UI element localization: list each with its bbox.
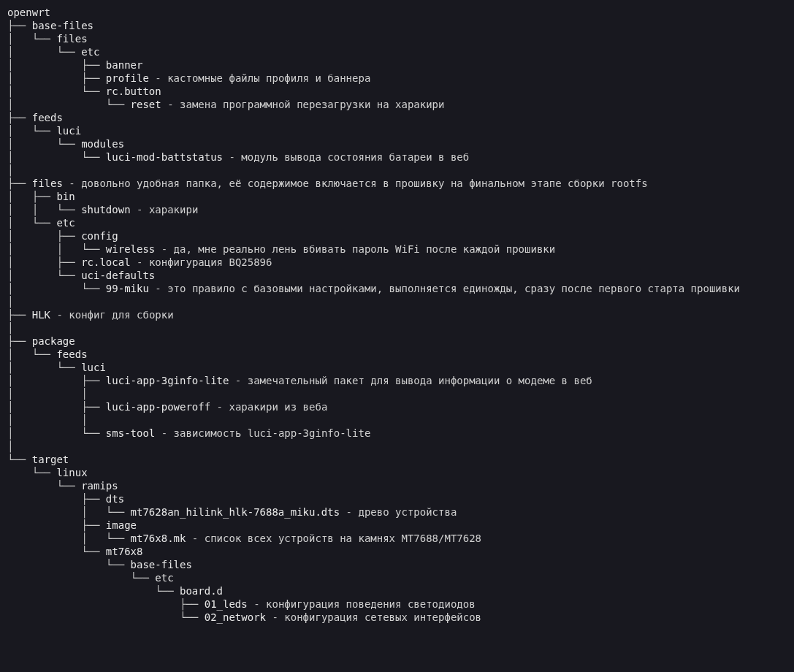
tree-line: │ bbox=[7, 164, 787, 177]
tree-node-description: зависимость luci-app-3ginfo-lite bbox=[174, 427, 371, 439]
tree-branch-prefix: │ ├── bbox=[7, 375, 106, 386]
tree-line: │ ├── config bbox=[7, 229, 787, 243]
tree-branch-prefix: │ └── bbox=[7, 427, 106, 439]
tree-branch-prefix: │ └── bbox=[7, 125, 56, 137]
tree-separator: - bbox=[63, 177, 81, 189]
tree-line: │ └── reset - замена программной перезаг… bbox=[7, 98, 787, 111]
tree-branch-prefix: ├── bbox=[7, 519, 106, 531]
tree-line: └── etc bbox=[7, 571, 787, 584]
tree-node-name: etc bbox=[81, 46, 99, 58]
tree-node-name: etc bbox=[56, 217, 75, 229]
tree-line: │ bbox=[7, 440, 787, 453]
tree-node-name: mt76x8 bbox=[106, 546, 143, 557]
tree-line: └── 02_network - конфигурация сетевых ин… bbox=[7, 611, 787, 624]
tree-line: └── mt76x8 bbox=[7, 545, 787, 558]
tree-node-name: shutdown bbox=[81, 204, 130, 215]
tree-node-description: да, мне реально лень вбивать пароль WiFi… bbox=[174, 243, 556, 255]
tree-node-name: dts bbox=[106, 493, 124, 505]
tree-line: openwrt bbox=[7, 6, 787, 19]
tree-node-description: кастомные файлы профиля и баннера bbox=[167, 72, 370, 84]
tree-node-description: это правило с базовыми настройками, выпо… bbox=[167, 283, 740, 294]
tree-node-name: feeds bbox=[32, 112, 63, 123]
tree-line: │ └── sms-tool - зависимость luci-app-3g… bbox=[7, 427, 787, 440]
tree-separator: - bbox=[155, 243, 173, 255]
tree-node-name: files bbox=[32, 177, 63, 189]
tree-branch-prefix: └── bbox=[7, 467, 56, 478]
tree-line: │ └── luci-mod-battstatus - модуль вывод… bbox=[7, 150, 787, 164]
tree-branch-prefix: │ └── bbox=[7, 138, 81, 150]
tree-branch-prefix: │ └── bbox=[7, 283, 106, 294]
tree-line: │ └── mt76x8.mk - список всех устройств … bbox=[7, 532, 787, 545]
tree-node-name: target bbox=[32, 454, 69, 465]
tree-branch-prefix: │ └── bbox=[7, 85, 106, 97]
tree-line: └── board.d bbox=[7, 584, 787, 597]
tree-line: │ └── etc bbox=[7, 45, 787, 58]
tree-node-description: древо устройства bbox=[358, 506, 457, 518]
tree-node-name: ramips bbox=[81, 480, 118, 492]
tree-node-description: список всех устройств на камнях MT7688/M… bbox=[205, 532, 481, 544]
tree-node-name: feeds bbox=[56, 348, 87, 360]
tree-node-description: харакири bbox=[149, 204, 198, 215]
tree-branch-prefix: │ └── bbox=[7, 33, 56, 45]
tree-branch-prefix: └── bbox=[7, 454, 32, 465]
tree-branch-prefix: ├── bbox=[7, 309, 32, 321]
tree-line: ├── package bbox=[7, 335, 787, 348]
tree-node-name: base-files bbox=[32, 20, 93, 31]
tree-node-description: харакири из веба bbox=[229, 401, 327, 413]
tree-branch-prefix: │ └── bbox=[7, 99, 131, 110]
tree-node-name: wireless bbox=[106, 243, 155, 255]
tree-node-description: конфигурация BQ25896 bbox=[149, 256, 272, 268]
tree-branch-prefix: │ └── bbox=[7, 151, 106, 163]
tree-node-name: rc.local bbox=[81, 256, 130, 268]
tree-branch-prefix: │ │ bbox=[7, 388, 88, 400]
tree-line: │ └── luci bbox=[7, 124, 787, 137]
tree-node-name: linux bbox=[56, 467, 87, 478]
tree-separator: - bbox=[223, 151, 241, 163]
tree-node-name: 99-miku bbox=[106, 283, 149, 294]
tree-node-description: конфиг для сборки bbox=[69, 309, 173, 321]
tree-branch-prefix: └── bbox=[7, 611, 205, 623]
tree-branch-prefix: │ ├── bbox=[7, 59, 106, 71]
tree-branch-prefix: ├── bbox=[7, 598, 205, 610]
tree-line: │ ├── luci-app-3ginfo-lite - замечательн… bbox=[7, 374, 787, 387]
tree-node-name: banner bbox=[106, 59, 143, 71]
tree-node-description: модуль вывода состояния батареи в веб bbox=[241, 151, 469, 163]
tree-node-name: uci-defaults bbox=[81, 270, 155, 281]
tree-separator: - bbox=[186, 532, 204, 544]
tree-branch-prefix: │ └── bbox=[7, 348, 56, 360]
tree-line: │ └── uci-defaults bbox=[7, 269, 787, 282]
tree-line: ├── dts bbox=[7, 492, 787, 505]
tree-line: ├── HLK - конфиг для сборки bbox=[7, 308, 787, 321]
tree-branch-prefix: │ bbox=[7, 322, 13, 334]
tree-branch-prefix: │ bbox=[7, 164, 13, 176]
tree-line: │ ├── banner bbox=[7, 58, 787, 72]
tree-node-name: luci bbox=[81, 362, 106, 373]
tree-line: │ └── etc bbox=[7, 216, 787, 229]
tree-line: │ ├── profile - кастомные файлы профиля … bbox=[7, 72, 787, 85]
tree-separator: - bbox=[131, 204, 149, 215]
tree-node-name: base-files bbox=[131, 559, 192, 570]
tree-node-description: довольно удобная папка, её содержимое вк… bbox=[81, 177, 647, 189]
tree-node-description: замечательный пакет для вывода информаци… bbox=[248, 375, 592, 386]
tree-node-name: files bbox=[56, 33, 87, 45]
tree-node-name: HLK bbox=[32, 309, 50, 321]
tree-line: ├── base-files bbox=[7, 19, 787, 32]
tree-line: ├── files - довольно удобная папка, её с… bbox=[7, 177, 787, 190]
tree-node-name: openwrt bbox=[7, 7, 50, 18]
tree-node-name: luci-app-3ginfo-lite bbox=[106, 375, 229, 386]
tree-node-name: etc bbox=[155, 572, 173, 584]
tree-line: │ ├── bin bbox=[7, 190, 787, 203]
tree-branch-prefix: │ bbox=[7, 440, 13, 452]
tree-node-description: конфигурация сетевых интерфейсов bbox=[284, 611, 481, 623]
tree-separator: - bbox=[50, 309, 69, 321]
tree-separator: - bbox=[161, 99, 180, 110]
tree-line: └── base-files bbox=[7, 558, 787, 571]
tree-branch-prefix: │ ├── bbox=[7, 72, 106, 84]
tree-branch-prefix: │ └── bbox=[7, 46, 81, 58]
tree-branch-prefix: │ ├── bbox=[7, 191, 56, 202]
tree-line: │ └── rc.button bbox=[7, 85, 787, 98]
tree-separator: - bbox=[229, 375, 247, 386]
tree-line: │ │ └── wireless - да, мне реально лень … bbox=[7, 243, 787, 256]
tree-node-description: конфигурация поведения светодиодов bbox=[266, 598, 476, 610]
tree-separator: - bbox=[210, 401, 229, 413]
